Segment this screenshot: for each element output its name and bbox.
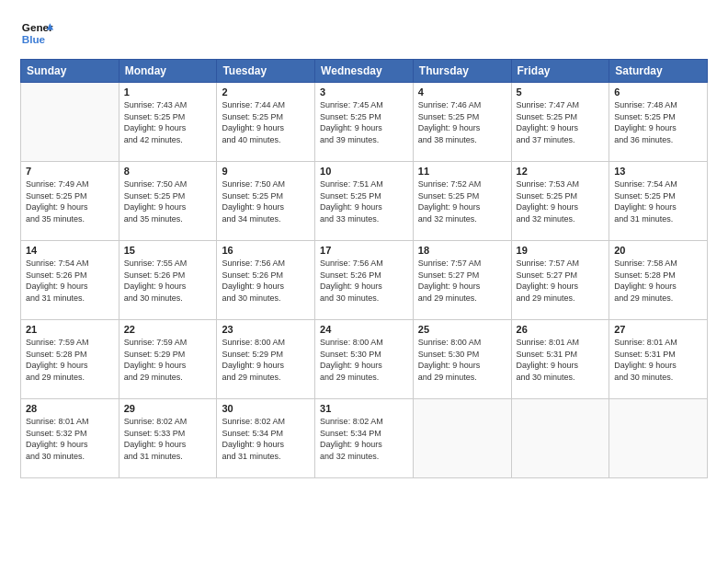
day-number: 27 [614,324,702,335]
calendar-cell [511,399,609,478]
calendar-cell: 26Sunrise: 8:01 AM Sunset: 5:31 PM Dayli… [511,320,609,399]
calendar-week-4: 21Sunrise: 7:59 AM Sunset: 5:28 PM Dayli… [21,320,708,399]
calendar-cell [21,83,119,162]
logo: General Blue [20,17,55,50]
day-number: 10 [320,166,408,177]
calendar-cell: 13Sunrise: 7:54 AM Sunset: 5:25 PM Dayli… [609,162,708,241]
calendar-cell: 29Sunrise: 8:02 AM Sunset: 5:33 PM Dayli… [119,399,217,478]
calendar-cell: 27Sunrise: 8:01 AM Sunset: 5:31 PM Dayli… [609,320,708,399]
day-info: Sunrise: 7:54 AM Sunset: 5:26 PM Dayligh… [26,258,114,304]
calendar-cell [609,399,708,478]
day-number: 8 [124,166,212,177]
day-info: Sunrise: 8:01 AM Sunset: 5:31 PM Dayligh… [614,337,702,383]
day-number: 21 [26,324,114,335]
day-info: Sunrise: 7:54 AM Sunset: 5:25 PM Dayligh… [614,178,702,224]
day-info: Sunrise: 7:56 AM Sunset: 5:26 PM Dayligh… [222,258,310,304]
day-info: Sunrise: 7:59 AM Sunset: 5:29 PM Dayligh… [124,337,212,383]
day-info: Sunrise: 7:50 AM Sunset: 5:25 PM Dayligh… [124,178,212,224]
day-number: 31 [320,403,408,414]
day-number: 5 [517,86,605,98]
calendar-header-saturday: Saturday [609,60,708,83]
day-info: Sunrise: 8:02 AM Sunset: 5:34 PM Dayligh… [222,416,310,462]
day-number: 14 [26,245,114,256]
day-number: 9 [222,166,310,177]
calendar-cell: 14Sunrise: 7:54 AM Sunset: 5:26 PM Dayli… [21,241,119,320]
day-info: Sunrise: 7:50 AM Sunset: 5:25 PM Dayligh… [222,178,310,224]
calendar-cell: 30Sunrise: 8:02 AM Sunset: 5:34 PM Dayli… [217,399,315,478]
calendar-cell: 9Sunrise: 7:50 AM Sunset: 5:25 PM Daylig… [217,162,315,241]
day-info: Sunrise: 7:53 AM Sunset: 5:25 PM Dayligh… [517,178,605,224]
day-info: Sunrise: 7:46 AM Sunset: 5:25 PM Dayligh… [418,99,506,145]
calendar: SundayMondayTuesdayWednesdayThursdayFrid… [20,59,708,478]
calendar-cell: 16Sunrise: 7:56 AM Sunset: 5:26 PM Dayli… [217,241,315,320]
calendar-cell: 1Sunrise: 7:43 AM Sunset: 5:25 PM Daylig… [119,83,217,162]
calendar-cell: 25Sunrise: 8:00 AM Sunset: 5:30 PM Dayli… [413,320,511,399]
day-info: Sunrise: 7:57 AM Sunset: 5:27 PM Dayligh… [418,258,506,304]
day-number: 22 [124,324,212,335]
day-number: 25 [418,324,506,335]
calendar-cell: 15Sunrise: 7:55 AM Sunset: 5:26 PM Dayli… [119,241,217,320]
day-number: 4 [418,86,506,98]
calendar-header-thursday: Thursday [413,60,511,83]
day-info: Sunrise: 8:02 AM Sunset: 5:34 PM Dayligh… [320,416,408,462]
day-number: 7 [26,166,114,177]
day-number: 6 [614,86,702,98]
calendar-cell: 19Sunrise: 7:57 AM Sunset: 5:27 PM Dayli… [511,241,609,320]
calendar-cell: 18Sunrise: 7:57 AM Sunset: 5:27 PM Dayli… [413,241,511,320]
day-number: 30 [222,403,310,414]
day-info: Sunrise: 7:55 AM Sunset: 5:26 PM Dayligh… [124,258,212,304]
day-info: Sunrise: 7:49 AM Sunset: 5:25 PM Dayligh… [26,178,114,224]
calendar-cell: 8Sunrise: 7:50 AM Sunset: 5:25 PM Daylig… [119,162,217,241]
calendar-week-2: 7Sunrise: 7:49 AM Sunset: 5:25 PM Daylig… [21,162,708,241]
logo-icon: General Blue [20,17,53,50]
calendar-cell: 12Sunrise: 7:53 AM Sunset: 5:25 PM Dayli… [511,162,609,241]
day-number: 17 [320,245,408,256]
day-info: Sunrise: 7:45 AM Sunset: 5:25 PM Dayligh… [320,99,408,145]
day-number: 12 [517,166,605,177]
day-info: Sunrise: 7:58 AM Sunset: 5:28 PM Dayligh… [614,258,702,304]
day-info: Sunrise: 7:52 AM Sunset: 5:25 PM Dayligh… [418,178,506,224]
calendar-cell: 4Sunrise: 7:46 AM Sunset: 5:25 PM Daylig… [413,83,511,162]
calendar-cell: 28Sunrise: 8:01 AM Sunset: 5:32 PM Dayli… [21,399,119,478]
day-info: Sunrise: 7:47 AM Sunset: 5:25 PM Dayligh… [517,99,605,145]
day-number: 16 [222,245,310,256]
calendar-cell: 3Sunrise: 7:45 AM Sunset: 5:25 PM Daylig… [315,83,414,162]
calendar-cell: 23Sunrise: 8:00 AM Sunset: 5:29 PM Dayli… [217,320,315,399]
day-number: 28 [26,403,114,414]
calendar-cell: 31Sunrise: 8:02 AM Sunset: 5:34 PM Dayli… [315,399,414,478]
day-number: 13 [614,166,702,177]
day-info: Sunrise: 7:43 AM Sunset: 5:25 PM Dayligh… [124,99,212,145]
calendar-week-1: 1Sunrise: 7:43 AM Sunset: 5:25 PM Daylig… [21,83,708,162]
day-info: Sunrise: 7:51 AM Sunset: 5:25 PM Dayligh… [320,178,408,224]
calendar-cell [413,399,511,478]
day-number: 18 [418,245,506,256]
calendar-cell: 6Sunrise: 7:48 AM Sunset: 5:25 PM Daylig… [609,83,708,162]
calendar-cell: 11Sunrise: 7:52 AM Sunset: 5:25 PM Dayli… [413,162,511,241]
day-info: Sunrise: 8:00 AM Sunset: 5:30 PM Dayligh… [418,337,506,383]
day-info: Sunrise: 7:44 AM Sunset: 5:25 PM Dayligh… [222,99,310,145]
calendar-cell: 10Sunrise: 7:51 AM Sunset: 5:25 PM Dayli… [315,162,414,241]
calendar-cell: 17Sunrise: 7:56 AM Sunset: 5:26 PM Dayli… [315,241,414,320]
day-number: 26 [517,324,605,335]
day-number: 3 [320,86,408,98]
day-number: 11 [418,166,506,177]
day-info: Sunrise: 8:01 AM Sunset: 5:31 PM Dayligh… [517,337,605,383]
calendar-cell: 20Sunrise: 7:58 AM Sunset: 5:28 PM Dayli… [609,241,708,320]
day-number: 24 [320,324,408,335]
day-number: 29 [124,403,212,414]
calendar-cell: 22Sunrise: 7:59 AM Sunset: 5:29 PM Dayli… [119,320,217,399]
day-info: Sunrise: 8:02 AM Sunset: 5:33 PM Dayligh… [124,416,212,462]
day-info: Sunrise: 7:48 AM Sunset: 5:25 PM Dayligh… [614,99,702,145]
calendar-header-monday: Monday [119,60,217,83]
page: General Blue SundayMondayTuesdayWednesda… [0,0,728,563]
day-number: 1 [124,86,212,98]
calendar-header-wednesday: Wednesday [315,60,414,83]
day-number: 20 [614,245,702,256]
calendar-week-5: 28Sunrise: 8:01 AM Sunset: 5:32 PM Dayli… [21,399,708,478]
svg-text:Blue: Blue [22,33,46,45]
calendar-header-row: SundayMondayTuesdayWednesdayThursdayFrid… [21,60,708,83]
calendar-header-friday: Friday [511,60,609,83]
calendar-cell: 5Sunrise: 7:47 AM Sunset: 5:25 PM Daylig… [511,83,609,162]
day-info: Sunrise: 8:00 AM Sunset: 5:30 PM Dayligh… [320,337,408,383]
day-info: Sunrise: 7:59 AM Sunset: 5:28 PM Dayligh… [26,337,114,383]
